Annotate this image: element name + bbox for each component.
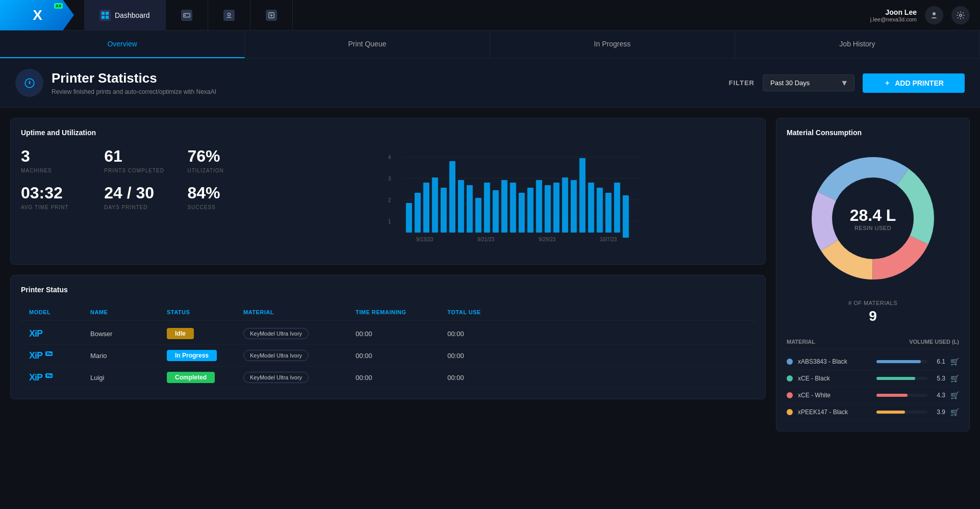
svg-rect-31 xyxy=(484,183,490,233)
svg-rect-33 xyxy=(501,180,507,233)
col-status: STATUS xyxy=(167,309,243,315)
page-title: Printer Statistics xyxy=(52,70,216,86)
mat-dot-1 xyxy=(787,359,793,365)
stat-days-value: 24 / 30 xyxy=(104,184,177,202)
svg-rect-37 xyxy=(536,180,542,233)
mat-col-volume: VOLUME USED (L) xyxy=(909,339,959,345)
mat-name-4: xPEEK147 - Black xyxy=(798,409,871,416)
uptime-card: Uptime and Utilization 3 MACHINES 61 PRI… xyxy=(10,118,766,265)
tab-print-queue[interactable]: Print Queue xyxy=(245,31,490,58)
user-name: Joon Lee xyxy=(870,8,917,16)
page-icon xyxy=(15,69,43,97)
svg-text:4: 4 xyxy=(388,155,391,160)
svg-rect-22 xyxy=(406,203,412,233)
stat-avg-time: 03:32 AVG TIME PRINT xyxy=(21,184,94,210)
user-avatar-button[interactable] xyxy=(925,6,943,24)
material-pill-1: KeyModel Ultra Ivory xyxy=(243,328,309,339)
chart-area: 4 3 2 1 xyxy=(276,147,755,254)
nav-tab-nx2[interactable] xyxy=(208,0,250,31)
nav-tab-dashboard[interactable]: Dashboard xyxy=(84,0,166,31)
model-xip-1: XiP xyxy=(29,328,90,339)
printer-status-card: Printer Status MODEL NAME STATUS MATERIA… xyxy=(10,275,766,399)
tab-job-history[interactable]: Job History xyxy=(735,31,980,58)
stat-success-label: SUCCESS xyxy=(187,205,260,210)
plus-icon: ＋ xyxy=(884,79,891,88)
cart-icon-4[interactable]: 🛒 xyxy=(950,408,959,416)
nav-tab-nx1[interactable] xyxy=(166,0,208,31)
col-name: NAME xyxy=(90,309,167,315)
svg-rect-27 xyxy=(449,161,455,233)
filter-wrapper: Past 30 Days Past 7 Days Past 90 Days Al… xyxy=(763,74,855,91)
svg-rect-42 xyxy=(579,158,585,233)
svg-rect-3 xyxy=(106,15,109,18)
secondary-navigation: Overview Print Queue In Progress Job His… xyxy=(0,31,980,59)
left-panel: Uptime and Utilization 3 MACHINES 61 PRI… xyxy=(10,118,766,431)
add-printer-button[interactable]: ＋ ADD PRINTER xyxy=(863,73,965,93)
time-remaining-3: 00:00 xyxy=(356,374,447,381)
mat-dot-2 xyxy=(787,375,793,381)
stat-machines-value: 3 xyxy=(21,147,94,166)
svg-point-10 xyxy=(933,12,936,15)
user-info: Joon Lee j.lee@nexa3d.com xyxy=(870,8,917,22)
nx1-icon xyxy=(181,10,192,21)
svg-text:3: 3 xyxy=(388,176,391,182)
table-row: XiP Pro Mario In Progress KeyModel Ultra… xyxy=(21,345,755,367)
material-2: KeyModel Ultra Ivory xyxy=(243,350,356,361)
filter-select[interactable]: Past 30 Days Past 7 Days Past 90 Days Al… xyxy=(763,74,855,91)
mat-name-1: xABS3843 - Black xyxy=(798,358,871,365)
status-badge-completed: Completed xyxy=(167,372,215,383)
svg-point-5 xyxy=(184,14,186,16)
uptime-card-title: Uptime and Utilization xyxy=(21,129,755,137)
stat-machines-label: MACHINES xyxy=(21,168,94,173)
tab-overview[interactable]: Overview xyxy=(0,31,245,58)
svg-point-6 xyxy=(228,13,230,15)
header-right: FILTER Past 30 Days Past 7 Days Past 90 … xyxy=(728,73,965,93)
mat-bar-3 xyxy=(876,394,908,397)
cart-icon-2[interactable]: 🛒 xyxy=(950,374,959,383)
material-consumption-card: Material Consumption xyxy=(776,118,970,431)
settings-button[interactable] xyxy=(951,6,970,24)
materials-table: MATERIAL VOLUME USED (L) xABS3843 - Blac… xyxy=(787,335,959,421)
time-remaining-1: 00:00 xyxy=(356,330,447,338)
svg-text:1: 1 xyxy=(388,219,391,224)
page-title-area: Printer Statistics Review finished print… xyxy=(52,70,216,95)
cart-icon-1[interactable]: 🛒 xyxy=(950,358,959,366)
mat-bar-2 xyxy=(876,377,915,380)
nav-right: Joon Lee j.lee@nexa3d.com xyxy=(870,6,980,24)
mat-value-1: 6.1 xyxy=(933,358,945,365)
printer-name-1: Bowser xyxy=(90,330,167,338)
mat-value-3: 4.3 xyxy=(933,392,945,399)
donut-value: 28.4 L xyxy=(850,206,896,225)
mat-bar-1 xyxy=(876,360,921,363)
add-printer-label: ADD PRINTER xyxy=(895,79,944,87)
stat-days-label: DAYS PRINTED xyxy=(104,205,177,210)
pro-badge-1: Pro xyxy=(45,351,53,356)
svg-rect-44 xyxy=(596,188,602,233)
col-total: TOTAL USE xyxy=(447,309,524,315)
svg-point-13 xyxy=(29,82,31,84)
total-use-1: 00:00 xyxy=(447,330,524,338)
svg-rect-32 xyxy=(492,190,498,233)
tab-in-progress[interactable]: In Progress xyxy=(490,31,735,58)
stat-success: 84% SUCCESS xyxy=(187,184,260,210)
material-3: KeyModel Ultra Ivory xyxy=(243,372,356,383)
status-2: In Progress xyxy=(167,350,243,361)
nav-tab-nx3[interactable] xyxy=(250,0,293,31)
materials-table-header: MATERIAL VOLUME USED (L) xyxy=(787,335,959,349)
logo-text: X xyxy=(33,7,41,23)
donut-chart: 28.4 L RESIN USED xyxy=(801,147,944,290)
printer-name-3: Luigi xyxy=(90,374,167,381)
svg-rect-40 xyxy=(562,177,568,233)
svg-rect-23 xyxy=(414,193,420,233)
svg-rect-28 xyxy=(458,180,464,233)
svg-rect-41 xyxy=(570,180,576,233)
table-header: MODEL NAME STATUS MATERIAL TIME REMAININ… xyxy=(21,304,755,321)
material-pill-3: KeyModel Ultra Ivory xyxy=(243,372,309,383)
mat-bar-wrapper-3 xyxy=(876,394,927,397)
col-material: MATERIAL xyxy=(243,309,356,315)
svg-rect-25 xyxy=(432,177,438,233)
mat-bar-wrapper-1 xyxy=(876,360,927,363)
mat-dot-3 xyxy=(787,392,793,398)
cart-icon-3[interactable]: 🛒 xyxy=(950,391,959,399)
logo[interactable]: X 3.0 xyxy=(0,0,74,31)
